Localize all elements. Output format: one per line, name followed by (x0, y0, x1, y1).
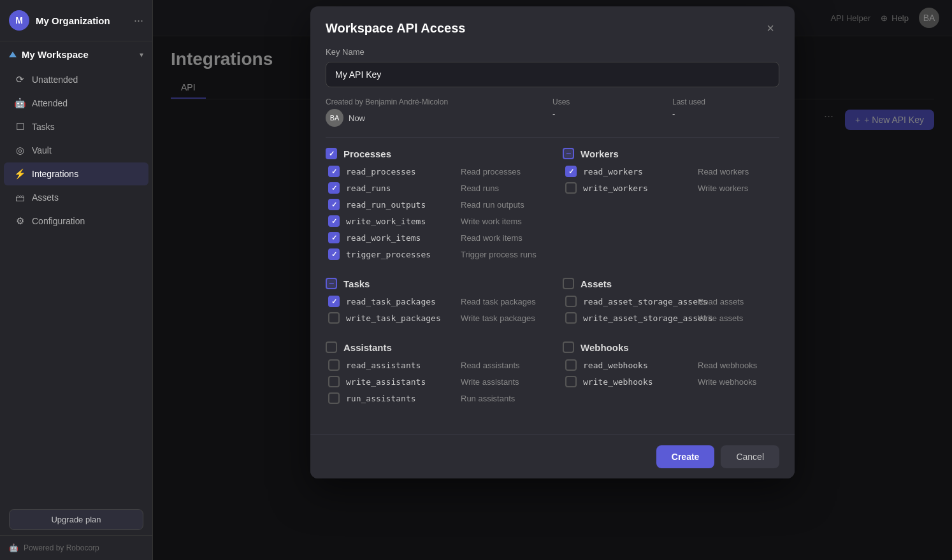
webhooks-section-checkbox[interactable] (563, 341, 574, 353)
sidebar-item-integrations[interactable]: ⚡ Integrations (4, 162, 148, 185)
perm-item-write-task-packages: write_task_packages Write task packages (326, 312, 542, 324)
sidebar-nav: ⟳ Unattended 🤖 Attended ☐ Tasks ◎ Vault … (0, 65, 152, 504)
perm-section-assistants: Assistants read_assistants Read assistan… (326, 341, 542, 409)
perm-desc: Read assistants (461, 361, 520, 370)
key-name-input[interactable] (326, 62, 779, 87)
perm-item-trigger-processes: trigger_processes Trigger process runs (326, 248, 542, 260)
perm-name: write_work_items (346, 217, 454, 226)
perm-name: write_workers (583, 183, 691, 193)
org-avatar: M (9, 10, 29, 31)
assistants-section-checkbox[interactable] (326, 341, 337, 353)
upgrade-plan-button[interactable]: Upgrade plan (9, 509, 143, 530)
perm-desc: Write workers (698, 183, 748, 193)
write-workers-checkbox[interactable] (565, 182, 577, 194)
read-processes-checkbox[interactable] (328, 166, 340, 177)
sidebar-item-label: Tasks (32, 122, 55, 132)
perm-desc: Read run outputs (461, 200, 524, 210)
uses-col: Uses - (552, 97, 660, 118)
last-used-label: Last used (672, 97, 779, 106)
tasks-icon: ☐ (14, 121, 25, 133)
sidebar-item-label: Assets (32, 192, 59, 203)
assets-section-title: Assets (581, 278, 612, 289)
create-button[interactable]: Create (656, 445, 715, 468)
sidebar-item-attended[interactable]: 🤖 Attended (4, 92, 148, 115)
perm-item-read-task-packages: read_task_packages Read task packages (326, 296, 542, 307)
workers-section-title: Workers (581, 148, 619, 159)
perm-desc: Read workers (698, 167, 749, 176)
perm-name: write_webhooks (583, 377, 691, 387)
sidebar-item-vault[interactable]: ◎ Vault (4, 139, 148, 162)
workspace-icon (9, 52, 17, 57)
perm-desc: Read processes (461, 167, 521, 176)
workers-section-checkbox[interactable] (563, 148, 574, 159)
modal-footer: Create Cancel (310, 434, 795, 478)
perm-name: read_work_items (346, 233, 454, 243)
modal-overlay: Workspace API Access × Key Name Created … (153, 0, 952, 560)
sidebar-item-label: Attended (32, 98, 68, 108)
perm-desc: Write assistants (461, 377, 519, 387)
sidebar-item-assets[interactable]: 🗃 Assets (4, 186, 148, 209)
assets-section-checkbox[interactable] (563, 278, 574, 289)
perm-item-write-webhooks: write_webhooks Write webhooks (563, 376, 779, 387)
read-asset-storage-checkbox[interactable] (565, 296, 577, 307)
perm-name: read_task_packages (346, 297, 454, 306)
sidebar: M My Organization ··· My Workspace ▾ ⟳ U… (0, 0, 153, 560)
processes-section-title: Processes (343, 148, 391, 159)
perm-item-write-assistants: write_assistants Write assistants (326, 376, 542, 387)
read-run-outputs-checkbox[interactable] (328, 199, 340, 210)
perm-name: write_asset_storage_assets (583, 313, 691, 323)
read-webhooks-checkbox[interactable] (565, 359, 577, 371)
write-asset-storage-checkbox[interactable] (565, 312, 577, 324)
perm-item-read-workers: read_workers Read workers (563, 166, 779, 177)
read-work-items-checkbox[interactable] (328, 232, 340, 243)
tasks-section-title: Tasks (343, 278, 370, 289)
workspace-name: My Workspace (22, 49, 134, 60)
read-assistants-checkbox[interactable] (328, 359, 340, 371)
perm-name: read_run_outputs (346, 200, 454, 210)
creator-avatar: BA (326, 109, 343, 127)
perm-item-write-workers: write_workers Write workers (563, 182, 779, 194)
sidebar-item-unattended[interactable]: ⟳ Unattended (4, 68, 148, 91)
assets-section-header: Assets (563, 278, 779, 289)
run-assistants-checkbox[interactable] (328, 392, 340, 404)
org-menu-icon[interactable]: ··· (134, 14, 143, 27)
org-header[interactable]: M My Organization ··· (0, 0, 152, 41)
read-runs-checkbox[interactable] (328, 182, 340, 194)
sidebar-item-label: Unattended (32, 75, 78, 85)
perm-item-read-assistants: read_assistants Read assistants (326, 359, 542, 371)
sidebar-item-configuration[interactable]: ⚙ Configuration (4, 210, 148, 233)
trigger-processes-checkbox[interactable] (328, 248, 340, 260)
last-used-value: - (672, 109, 779, 118)
workspace-header[interactable]: My Workspace ▾ (0, 41, 152, 65)
created-by-col: Created by Benjamin André-Micolon BA Now (326, 97, 540, 127)
assistants-section-title: Assistants (343, 342, 392, 353)
write-work-items-checkbox[interactable] (328, 215, 340, 227)
processes-section-checkbox[interactable] (326, 148, 337, 159)
modal-close-button[interactable]: × (761, 19, 779, 37)
read-task-packages-checkbox[interactable] (328, 296, 340, 307)
perm-section-tasks: Tasks read_task_packages Read task packa… (326, 278, 542, 329)
sidebar-item-label: Configuration (32, 216, 85, 226)
configuration-icon: ⚙ (14, 215, 25, 227)
perm-name: write_task_packages (346, 313, 454, 323)
perm-desc: Run assistants (461, 394, 515, 403)
org-name: My Organization (36, 15, 127, 26)
perm-item-write-work-items: write_work_items Write work items (326, 215, 542, 227)
cancel-button[interactable]: Cancel (721, 445, 779, 468)
perm-name: read_processes (346, 167, 454, 176)
webhooks-section-title: Webhooks (581, 342, 629, 353)
perm-desc: Read task packages (461, 297, 536, 306)
write-webhooks-checkbox[interactable] (565, 376, 577, 387)
attended-icon: 🤖 (14, 97, 25, 109)
perm-item-read-webhooks: read_webhooks Read webhooks (563, 359, 779, 371)
perm-name: read_webhooks (583, 361, 691, 370)
write-task-packages-checkbox[interactable] (328, 312, 340, 324)
perm-item-read-processes: read_processes Read processes (326, 166, 542, 177)
tasks-section-checkbox[interactable] (326, 278, 337, 289)
perm-section-webhooks: Webhooks read_webhooks Read webhooks wri… (563, 341, 779, 409)
read-workers-checkbox[interactable] (565, 166, 577, 177)
perm-name: read_workers (583, 167, 691, 176)
perm-desc: Read webhooks (698, 361, 757, 370)
sidebar-item-tasks[interactable]: ☐ Tasks (4, 115, 148, 138)
write-assistants-checkbox[interactable] (328, 376, 340, 387)
